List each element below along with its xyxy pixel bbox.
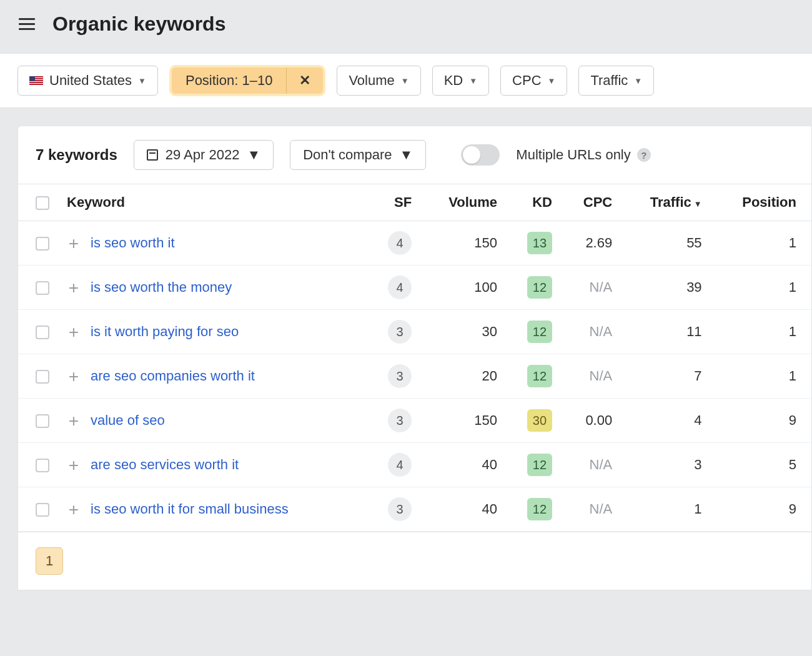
traffic-value: 7 [621,354,710,399]
kd-badge: 12 [527,454,552,476]
compare-label: Don't compare [303,147,392,163]
row-checkbox[interactable] [36,281,49,295]
keyword-link[interactable]: is seo worth the money [91,279,232,295]
keywords-table: Keyword SF Volume KD CPC Traffic▼ Positi… [18,184,811,532]
date-picker[interactable]: 29 Apr 2022 ▼ [134,140,274,170]
pagination: 1 [18,532,811,590]
kd-badge: 12 [527,365,552,387]
expand-icon[interactable]: + [67,503,81,517]
chevron-down-icon: ▼ [634,76,642,86]
table-row: +is seo worth it for small business 3 40… [18,487,811,532]
kd-badge: 30 [527,409,552,432]
country-label: United States [49,72,132,89]
multiple-urls-toggle[interactable] [461,144,500,166]
sf-badge[interactable]: 3 [388,409,412,432]
cpc-value: N/A [561,443,621,487]
page-title: Organic keywords [52,12,225,36]
column-traffic[interactable]: Traffic▼ [621,184,710,221]
traffic-value: 4 [621,399,710,443]
volume-value: 150 [420,221,506,266]
keyword-count: 7 keywords [36,146,117,164]
kd-badge: 12 [527,276,552,299]
keyword-link[interactable]: value of seo [91,412,165,428]
position-value: 1 [711,221,811,266]
traffic-value: 39 [621,266,710,310]
volume-value: 20 [420,354,506,399]
position-chip-label[interactable]: Position: 1–10 [172,67,287,94]
volume-label: Volume [349,72,394,89]
cpc-value: 0.00 [561,399,621,443]
help-icon[interactable]: ? [637,148,651,162]
row-checkbox[interactable] [36,370,49,384]
chevron-down-icon: ▼ [400,147,413,163]
cpc-value: N/A [561,487,621,532]
sf-badge[interactable]: 4 [388,276,412,299]
sf-badge[interactable]: 3 [388,320,412,344]
position-value: 1 [711,310,811,354]
kd-label: KD [444,72,463,89]
expand-icon[interactable]: + [67,237,81,251]
column-kd[interactable]: KD [506,184,561,221]
sf-badge[interactable]: 3 [388,497,412,521]
volume-value: 30 [420,310,506,354]
filter-bar: United States ▼ Position: 1–10 ✕ Volume … [0,53,812,108]
cpc-label: CPC [512,72,541,89]
expand-icon[interactable]: + [67,459,81,472]
row-checkbox[interactable] [36,414,49,428]
table-row: +are seo companies worth it 3 20 12 N/A … [18,354,811,399]
column-position[interactable]: Position [711,184,811,221]
volume-filter[interactable]: Volume ▼ [337,66,420,96]
traffic-value: 3 [621,443,710,487]
kd-badge: 12 [527,321,552,343]
row-checkbox[interactable] [36,326,49,339]
sf-badge[interactable]: 3 [388,364,412,388]
chevron-down-icon: ▼ [138,76,146,86]
column-sf[interactable]: SF [367,184,420,221]
close-icon[interactable]: ✕ [287,69,323,92]
column-cpc[interactable]: CPC [561,184,621,221]
kd-filter[interactable]: KD ▼ [432,66,489,96]
page-1-button[interactable]: 1 [36,547,63,575]
menu-icon[interactable] [19,18,35,30]
position-value: 5 [711,443,811,487]
position-value: 1 [711,354,811,399]
cpc-filter[interactable]: CPC ▼ [500,66,567,96]
traffic-value: 55 [621,221,710,266]
row-checkbox[interactable] [36,237,49,251]
expand-icon[interactable]: + [67,326,81,339]
table-row: +is seo worth it 4 150 13 2.69 55 1 [18,221,811,266]
compare-dropdown[interactable]: Don't compare ▼ [290,140,426,170]
volume-value: 40 [420,443,506,487]
chevron-down-icon: ▼ [247,147,260,163]
traffic-value: 1 [621,487,710,532]
select-all-checkbox[interactable] [36,196,49,210]
country-filter[interactable]: United States ▼ [17,66,158,96]
cpc-value: N/A [561,354,621,399]
position-value: 9 [711,399,811,443]
keyword-link[interactable]: is it worth paying for seo [91,324,239,339]
traffic-value: 11 [621,310,710,354]
expand-icon[interactable]: + [67,281,81,295]
volume-value: 100 [420,266,506,310]
keyword-link[interactable]: is seo worth it [91,235,175,251]
expand-icon[interactable]: + [67,370,81,384]
position-value: 1 [711,266,811,310]
table-row: +is seo worth the money 4 100 12 N/A 39 … [18,266,811,310]
position-filter-chip: Position: 1–10 ✕ [169,65,325,96]
us-flag-icon [29,76,43,86]
keyword-link[interactable]: are seo services worth it [91,457,239,472]
calendar-icon [147,149,158,161]
column-volume[interactable]: Volume [420,184,506,221]
kd-badge: 12 [527,498,552,520]
expand-icon[interactable]: + [67,414,81,428]
row-checkbox[interactable] [36,503,49,517]
sf-badge[interactable]: 4 [388,231,412,255]
traffic-label: Traffic [590,72,628,89]
keyword-link[interactable]: is seo worth it for small business [91,501,289,517]
sf-badge[interactable]: 4 [388,453,412,477]
kd-badge: 13 [527,232,552,254]
row-checkbox[interactable] [36,459,49,472]
keyword-link[interactable]: are seo companies worth it [91,368,255,384]
traffic-filter[interactable]: Traffic ▼ [578,66,654,96]
column-keyword[interactable]: Keyword [58,184,367,221]
